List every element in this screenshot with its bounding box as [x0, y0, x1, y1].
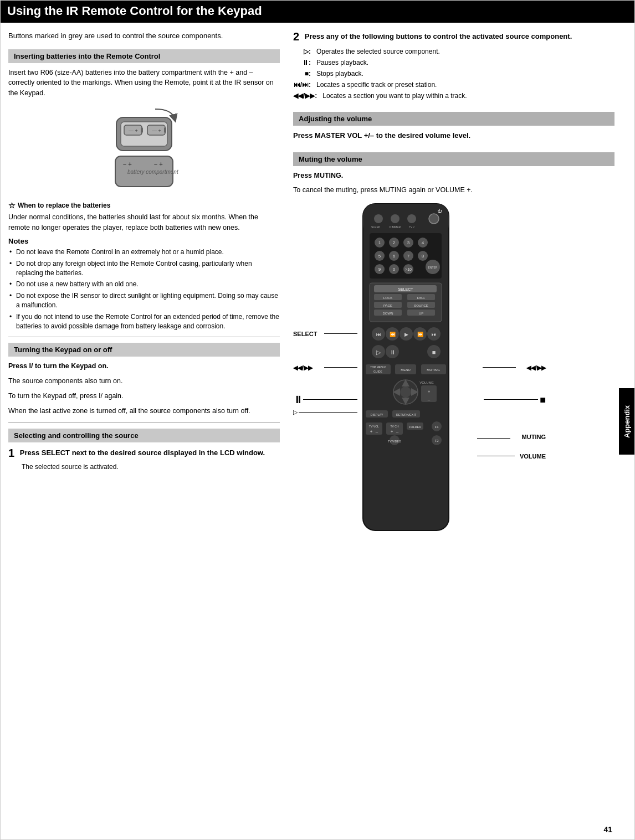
step2-label: Press any of the following buttons to co…	[305, 32, 572, 40]
ctrl-icon-scan: ◀◀/▶▶:	[293, 91, 317, 101]
step1-sub: The selected source is activated.	[22, 462, 280, 472]
ctrl-desc-play: Operates the selected source component.	[316, 47, 614, 56]
remote-svg: SLEEP DIMMER TV I/ ⏻ 1 2 3	[357, 201, 454, 550]
svg-text:4: 4	[422, 240, 424, 245]
svg-text:– +: – +	[123, 161, 132, 167]
svg-text:+: +	[428, 389, 431, 394]
label-pause: ⏸	[293, 395, 303, 405]
muting-instruction-bold: Press MUTING.	[293, 171, 614, 181]
step1-num: 1	[8, 447, 14, 459]
svg-text:TV CH: TV CH	[391, 425, 399, 428]
svg-text:+: +	[370, 429, 373, 434]
svg-text:>10: >10	[405, 267, 412, 271]
svg-text:▷: ▷	[376, 349, 381, 355]
label-prev-left: ◀◀/▶▶	[293, 364, 313, 372]
svg-text:⏸: ⏸	[390, 349, 396, 355]
svg-text:3: 3	[407, 240, 410, 245]
svg-point-86	[400, 386, 411, 398]
arrow-line-next	[483, 367, 516, 368]
control-item: ◀◀/▶▶: Locates a section you want to pla…	[293, 91, 614, 101]
ctrl-desc-scan: Locates a section you want to play withi…	[322, 91, 614, 101]
svg-text:TV VOL: TV VOL	[369, 425, 379, 428]
turning-step1-body: The source components also turn on.	[8, 376, 280, 386]
ctrl-icon-stop: ■:	[293, 69, 311, 79]
ctrl-desc-pause: Pauses playback.	[316, 58, 614, 68]
adjusting-instruction: Press MASTER VOL +/– to the desired volu…	[293, 130, 614, 141]
step2-num: 2	[293, 30, 299, 43]
selecting-step2: 2 Press any of the following buttons to …	[293, 30, 614, 101]
notes-list: Do not leave the Remote Control in an ex…	[8, 248, 280, 331]
left-column: Buttons marked in grey are used to contr…	[8, 30, 280, 555]
svg-text:MUTING: MUTING	[427, 368, 440, 372]
divider	[8, 337, 280, 337]
svg-text:—  +: — +	[152, 128, 161, 133]
section-muting-header: Muting the volume	[293, 152, 614, 166]
selecting-step1: 1 Press SELECT next to the desired sourc…	[8, 447, 280, 472]
page-wrapper: Using the IR Remote Control for the Keyp…	[0, 0, 635, 840]
ctrl-icon-prevnext: ⏮/⏭:	[293, 80, 311, 90]
svg-text:UP: UP	[419, 312, 423, 315]
svg-text:TOP MENU/: TOP MENU/	[370, 365, 386, 369]
svg-text:⏮: ⏮	[376, 332, 381, 337]
svg-text:⏻: ⏻	[437, 209, 442, 214]
tip-section: ☆ When to replace the batteries Under no…	[8, 201, 280, 233]
sleep-btn	[374, 214, 383, 223]
arrow-line-pause	[303, 399, 357, 400]
svg-text:–: –	[376, 429, 378, 434]
label-play: ▷	[293, 409, 298, 416]
muting-instruction-body: To cancel the muting, press MUTING again…	[293, 185, 614, 195]
svg-text:6: 6	[393, 254, 396, 259]
svg-text:▶: ▶	[404, 332, 408, 337]
svg-text:■: ■	[432, 349, 436, 355]
svg-text:DIMMER: DIMMER	[390, 225, 401, 229]
svg-text:⏪: ⏪	[390, 331, 396, 338]
section-adjusting-header: Adjusting the volume	[293, 112, 614, 126]
tip-icon: ☆	[8, 201, 16, 210]
svg-text:RETURN/EXIT: RETURN/EXIT	[396, 413, 417, 416]
remote-diagram: SELECT ◀◀/▶▶ ⏸ ▷ ◀◀/▶▶ ■ MUTING VOLUME	[293, 201, 548, 555]
label-stop: ■	[540, 395, 546, 405]
intro-text: Buttons marked in grey are used to contr…	[8, 30, 280, 42]
page-title: Using the IR Remote Control for the Keyp…	[1, 1, 634, 23]
page-number: 41	[603, 825, 612, 834]
step2-header: 2 Press any of the following buttons to …	[293, 30, 614, 43]
label-muting: MUTING	[522, 434, 546, 440]
tip-title-text: When to replace the batteries	[18, 202, 110, 209]
ctrl-icon-play: ▷:	[293, 47, 311, 56]
arrow-line-stop	[484, 399, 538, 400]
step1-header: 1 Press SELECT next to the desired sourc…	[8, 447, 280, 460]
arrow-line-volume	[477, 456, 515, 456]
inserting-body: Insert two R06 (size-AA) batteries into …	[8, 68, 280, 99]
step1-label: Press SELECT next to the desired source …	[20, 449, 265, 457]
svg-text:TV/VIDEO: TV/VIDEO	[388, 440, 401, 443]
section-inserting-header: Inserting batteries into the Remote Cont…	[8, 49, 280, 63]
control-list: ▷: Operates the selected source componen…	[293, 47, 614, 101]
control-item: ⏮/⏭: Locates a specific track or preset …	[293, 80, 614, 90]
notes-section: Notes Do not leave the Remote Control in…	[8, 237, 280, 331]
svg-text:PAGE: PAGE	[383, 304, 392, 307]
ctrl-icon-pause: ⏸:	[293, 58, 311, 68]
svg-text:SELECT: SELECT	[398, 287, 413, 291]
svg-text:5: 5	[378, 254, 381, 259]
arrow-line-select	[324, 333, 357, 334]
appendix-tab: Appendix	[619, 388, 634, 455]
svg-text:SLEEP: SLEEP	[371, 225, 381, 229]
svg-text:1: 1	[378, 240, 381, 245]
svg-text:DOWN: DOWN	[383, 312, 393, 315]
svg-text:TV I/: TV I/	[409, 226, 414, 229]
svg-rect-3	[141, 127, 143, 133]
battery-image: — + — + battery compartment	[8, 106, 280, 192]
control-item: ■: Stops playback.	[293, 69, 614, 79]
svg-text:ENTER: ENTER	[428, 266, 438, 269]
arrow-line-prev	[324, 367, 357, 368]
svg-rect-6	[164, 127, 166, 133]
note-item: If you do not intend to use the Remote C…	[8, 312, 280, 332]
dimmer-btn	[391, 214, 400, 223]
svg-text:⏭: ⏭	[432, 332, 437, 337]
tip-title: ☆ When to replace the batteries	[8, 201, 280, 210]
svg-text:7: 7	[407, 254, 410, 259]
svg-text:battery compartment: battery compartment	[127, 169, 179, 175]
remote-control: SLEEP DIMMER TV I/ ⏻ 1 2 3	[357, 201, 454, 552]
svg-text:DISPLAY: DISPLAY	[371, 413, 383, 416]
svg-text:–: –	[396, 429, 399, 434]
